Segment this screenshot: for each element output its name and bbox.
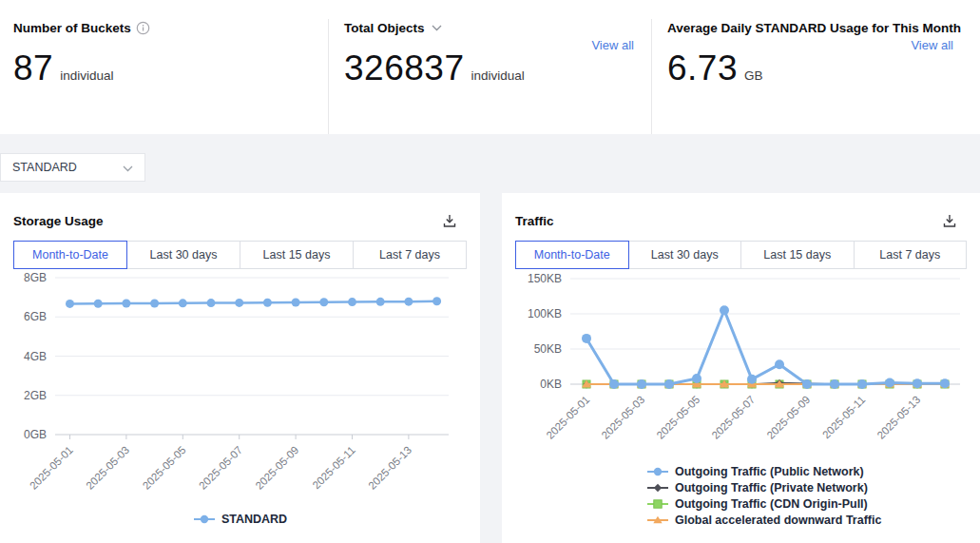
traffic-chart-legend: Outgoing Traffic (Public Network)Outgoin…	[502, 465, 980, 527]
tab-last-15-days[interactable]: Last 15 days	[740, 241, 855, 269]
svg-text:2025-05-07: 2025-05-07	[709, 394, 757, 441]
legend-label: Outgoing Traffic (Private Network)	[675, 481, 868, 495]
avg-usage-unit: GB	[744, 68, 763, 83]
chevron-down-icon	[123, 159, 133, 176]
svg-text:2025-05-11: 2025-05-11	[310, 444, 356, 491]
top-stats-bar: Number of Buckets 87 individual Total Ob…	[0, 0, 980, 134]
tab-last-7-days[interactable]: Last 7 days	[854, 241, 968, 269]
tab-month-to-date[interactable]: Month-to-Date	[13, 241, 127, 269]
objects-label: Total Objects	[344, 21, 425, 35]
storage-card-title: Storage Usage	[13, 214, 104, 228]
chevron-down-icon[interactable]	[432, 25, 442, 31]
legend-label: Global accelerated downward Traffic	[675, 514, 881, 527]
svg-text:50KB: 50KB	[534, 342, 562, 356]
main-area: STANDARD Storage Usage Month-to-Date Las…	[0, 134, 980, 543]
circle-marker-icon	[193, 514, 216, 525]
tab-month-to-date[interactable]: Month-to-Date	[515, 241, 629, 269]
svg-text:2025-05-11: 2025-05-11	[820, 394, 867, 440]
info-icon[interactable]	[136, 21, 150, 35]
storage-period-tabs: Month-to-Date Last 30 days Last 15 days …	[13, 241, 467, 269]
legend-item[interactable]: Outgoing Traffic (Public Network)	[646, 465, 980, 478]
download-icon[interactable]	[442, 213, 457, 228]
avg-usage-label: Average Daily STANDARD Usage for This Mo…	[667, 21, 961, 35]
square-marker-icon	[646, 498, 669, 510]
objects-view-all-link[interactable]: View all	[591, 38, 634, 52]
svg-text:2025-05-03: 2025-05-03	[84, 444, 131, 492]
legend-label: Outgoing Traffic (Public Network)	[675, 465, 864, 478]
legend-label: STANDARD	[221, 513, 287, 526]
legend-item[interactable]: Outgoing Traffic (CDN Origin-Pull)	[646, 497, 980, 511]
svg-text:2025-05-07: 2025-05-07	[197, 444, 244, 492]
legend-label: Outgoing Traffic (CDN Origin-Pull)	[675, 497, 868, 511]
avg-usage-value: 6.73	[667, 48, 738, 88]
svg-text:2025-05-13: 2025-05-13	[366, 444, 413, 492]
circle-marker-icon	[646, 466, 669, 477]
svg-text:100KB: 100KB	[528, 307, 562, 320]
svg-text:2025-05-09: 2025-05-09	[253, 444, 300, 492]
stat-total-objects: Total Objects View all 326837 individual	[328, 19, 651, 134]
avg-usage-view-all-link[interactable]: View all	[911, 38, 953, 52]
svg-text:2025-05-03: 2025-05-03	[599, 394, 646, 441]
stat-avg-daily-usage: View all Average Daily STANDARD Usage fo…	[651, 19, 980, 134]
storage-usage-line-chart: 0GB2GB4GB6GB8GB2025-05-012025-05-032025-…	[0, 271, 480, 509]
legend-item[interactable]: STANDARD	[193, 513, 287, 526]
storage-usage-card: Storage Usage Month-to-Date Last 30 days…	[0, 193, 480, 543]
storage-class-selected-value: STANDARD	[12, 161, 77, 174]
svg-text:2025-05-09: 2025-05-09	[764, 394, 812, 441]
svg-text:2025-05-01: 2025-05-01	[28, 444, 75, 492]
traffic-card: Traffic Month-to-Date Last 30 days Last …	[502, 193, 980, 543]
diamond-marker-icon	[646, 482, 669, 494]
svg-text:0KB: 0KB	[540, 378, 562, 391]
storage-chart-legend: STANDARD	[0, 513, 480, 526]
svg-text:8GB: 8GB	[24, 271, 47, 284]
svg-text:2025-05-05: 2025-05-05	[654, 394, 701, 441]
traffic-period-tabs: Month-to-Date Last 30 days Last 15 days …	[515, 241, 967, 269]
storage-class-select[interactable]: STANDARD	[0, 153, 145, 182]
buckets-unit: individual	[60, 68, 113, 83]
svg-text:0GB: 0GB	[24, 428, 47, 441]
svg-text:150KB: 150KB	[528, 272, 562, 285]
traffic-line-chart: 0KB50KB100KB150KB2025-05-012025-05-03202…	[502, 271, 980, 459]
triangle-marker-icon	[646, 514, 669, 526]
svg-text:6GB: 6GB	[24, 310, 47, 323]
buckets-value: 87	[13, 48, 53, 88]
objects-value: 326837	[344, 48, 464, 88]
tab-last-15-days[interactable]: Last 15 days	[240, 241, 354, 269]
traffic-card-title: Traffic	[515, 214, 554, 228]
objects-unit: individual	[471, 68, 524, 83]
svg-text:4GB: 4GB	[24, 350, 47, 363]
buckets-label: Number of Buckets	[13, 21, 131, 35]
tab-last-30-days[interactable]: Last 30 days	[628, 241, 742, 269]
svg-text:2025-05-01: 2025-05-01	[544, 394, 591, 441]
legend-item[interactable]: Outgoing Traffic (Private Network)	[646, 481, 980, 495]
tab-last-7-days[interactable]: Last 7 days	[353, 241, 467, 269]
legend-item[interactable]: Global accelerated downward Traffic	[646, 514, 980, 527]
stat-number-of-buckets: Number of Buckets 87 individual	[0, 19, 328, 134]
tab-last-30-days[interactable]: Last 30 days	[126, 241, 240, 269]
svg-text:2GB: 2GB	[24, 389, 47, 402]
download-icon[interactable]	[942, 213, 957, 228]
svg-text:2025-05-05: 2025-05-05	[141, 444, 188, 492]
svg-text:2025-05-13: 2025-05-13	[874, 394, 922, 441]
